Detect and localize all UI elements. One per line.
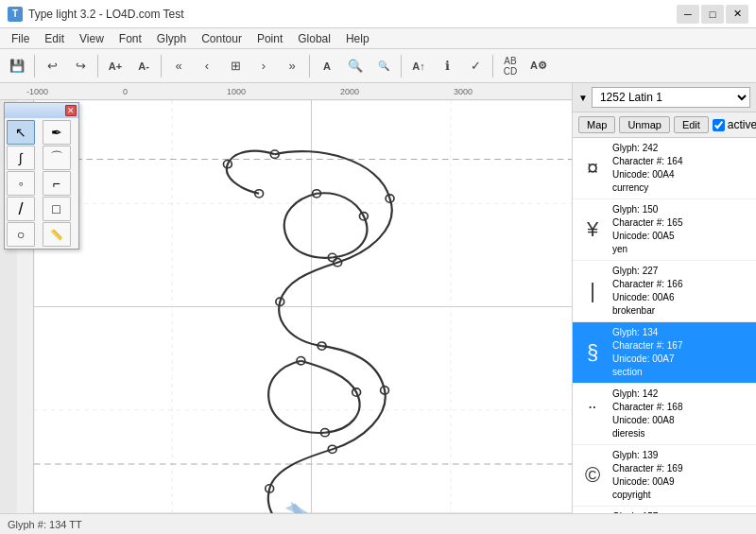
nav-next-button[interactable]: › <box>250 53 277 79</box>
close-button[interactable]: ✕ <box>726 5 748 24</box>
ruler-mark-neg1000: -1000 <box>26 87 48 96</box>
ruler-mark-1000: 1000 <box>227 87 246 96</box>
curve-tool[interactable]: ∫ <box>7 146 35 170</box>
main-area: -1000 0 1000 2000 3000 1000 <box>0 83 756 513</box>
glyph-item[interactable]: ¤ Glyph: 242 Character #: 164 Unicode: 0… <box>573 138 756 199</box>
info-button[interactable]: ℹ <box>434 53 460 79</box>
menu-file[interactable]: File <box>4 30 37 47</box>
status-bar: Glyph #: 134 TT <box>0 513 756 534</box>
select-all-button[interactable]: A <box>314 53 340 79</box>
menu-point[interactable]: Point <box>249 30 290 47</box>
redo-button[interactable]: ↪ <box>67 53 94 79</box>
status-text: Glyph #: 134 TT <box>8 519 82 530</box>
window-title: Type light 3.2 - LO4D.com Test <box>28 8 184 21</box>
glyph-char-preview: ¨ <box>578 397 607 431</box>
line-tool[interactable]: / <box>7 197 35 221</box>
validate-button[interactable]: ✓ <box>462 53 489 79</box>
right-panel: ▼ 1252 Latin 1 Unicode Custom Map Unmap … <box>572 83 756 513</box>
active-label: active <box>728 118 756 131</box>
text-tool-button[interactable]: A↑ <box>405 53 432 79</box>
toolbar: 💾 ↩ ↪ A+ A- « ‹ ⊞ › » A 🔍 🔍 A↑ ℹ ✓ ABCD … <box>0 49 756 83</box>
nav-end-button[interactable]: » <box>279 53 305 79</box>
map-button[interactable]: Map <box>578 116 615 133</box>
menu-view[interactable]: View <box>72 30 112 47</box>
measure-tool[interactable]: 📏 <box>43 222 71 247</box>
menu-edit[interactable]: Edit <box>37 30 72 47</box>
float-tool-window: ✕ ↖ ✒ ∫ ⌒ ◦ ⌐ / □ ○ 📏 <box>4 102 79 250</box>
active-checkbox[interactable] <box>713 119 725 131</box>
title-bar: T Type light 3.2 - LO4D.com Test ─ □ ✕ <box>0 0 756 28</box>
toolbar-separator-1 <box>34 55 35 78</box>
corner-tool[interactable]: ⌐ <box>43 171 71 196</box>
glyph-info: Glyph: 134 Character #: 167 Unicode: 00A… <box>612 326 683 379</box>
glyph-char-preview: | <box>578 274 607 308</box>
charset-dropdown[interactable]: 1252 Latin 1 Unicode Custom <box>592 87 750 108</box>
save-button[interactable]: 💾 <box>4 53 30 79</box>
preview-button[interactable]: ABCD <box>497 53 524 79</box>
ruler-mark-3000: 3000 <box>454 87 472 96</box>
menu-bar: File Edit View Font Glyph Contour Point … <box>0 28 756 49</box>
toolbar-separator-6 <box>492 55 493 78</box>
arrow-tool[interactable]: ↖ <box>7 120 35 145</box>
toolbar-separator-3 <box>161 55 162 78</box>
settings-button[interactable]: A⚙ <box>525 53 552 79</box>
active-checkbox-container: active <box>713 118 756 131</box>
menu-contour[interactable]: Contour <box>194 30 249 47</box>
zoom-in-button[interactable]: 🔍 <box>342 53 369 79</box>
minimize-button[interactable]: ─ <box>677 5 699 24</box>
pen-tool[interactable]: ✒ <box>43 120 71 145</box>
float-title-bar: ✕ <box>5 103 78 118</box>
glyph-item[interactable]: ¨ Glyph: 142 Character #: 168 Unicode: 0… <box>573 384 756 445</box>
find-button[interactable]: ⊞ <box>222 53 249 79</box>
toolbar-separator-2 <box>97 55 98 78</box>
glyph-info: Glyph: 242 Character #: 164 Unicode: 00A… <box>612 142 683 195</box>
zoom-out-button[interactable]: 🔍 <box>370 53 397 79</box>
maximize-button[interactable]: □ <box>701 5 724 24</box>
float-tools-grid: ↖ ✒ ∫ ⌒ ◦ ⌐ / □ ○ 📏 <box>5 118 78 249</box>
panel-header: ▼ 1252 Latin 1 Unicode Custom <box>573 83 756 112</box>
glyph-info: Glyph: 227 Character #: 166 Unicode: 00A… <box>612 265 683 318</box>
glyph-char-preview: ¤ <box>578 151 607 185</box>
glyph-info: Glyph: 150 Character #: 165 Unicode: 00A… <box>612 203 683 256</box>
unmap-button[interactable]: Unmap <box>619 116 669 133</box>
toolbar-separator-5 <box>401 55 402 78</box>
glyph-canvas[interactable] <box>34 100 572 513</box>
window-controls: ─ □ ✕ <box>677 5 748 24</box>
ruler-mark-2000: 2000 <box>340 87 359 96</box>
glyph-list[interactable]: ¤ Glyph: 242 Character #: 164 Unicode: 0… <box>573 138 756 513</box>
glyph-char-preview: ¥ <box>578 213 607 247</box>
dropdown-arrow-icon: ▼ <box>578 93 588 103</box>
increase-font-size-button[interactable]: A+ <box>102 53 129 79</box>
glyph-item[interactable]: a Glyph: 157 Character #: 170 Unicode: 0… <box>573 507 756 513</box>
nav-prev-button[interactable]: ‹ <box>194 53 220 79</box>
ellipse-tool[interactable]: ○ <box>7 222 35 247</box>
tangent-tool[interactable]: ⌒ <box>43 146 71 170</box>
glyph-item[interactable]: | Glyph: 227 Character #: 166 Unicode: 0… <box>573 261 756 322</box>
edit-button[interactable]: Edit <box>674 116 709 133</box>
nav-start-button[interactable]: « <box>165 53 192 79</box>
glyph-item[interactable]: § Glyph: 134 Character #: 167 Unicode: 0… <box>573 322 756 384</box>
canvas-area: -1000 0 1000 2000 3000 1000 <box>0 83 572 513</box>
glyph-char-preview: § <box>578 336 607 370</box>
panel-actions: Map Unmap Edit active <box>573 112 756 138</box>
glyph-item[interactable]: © Glyph: 139 Character #: 169 Unicode: 0… <box>573 445 756 507</box>
app-icon: T <box>8 7 23 22</box>
rect-tool[interactable]: □ <box>43 197 71 221</box>
glyph-info: Glyph: 139 Character #: 169 Unicode: 00A… <box>612 449 683 502</box>
toolbar-separator-4 <box>309 55 310 78</box>
ruler-top: -1000 0 1000 2000 3000 <box>0 83 572 100</box>
decrease-font-size-button[interactable]: A- <box>130 53 157 79</box>
canvas-inner[interactable]: 1000 <box>17 100 572 513</box>
glyph-info: Glyph: 157 Character #: 170 Unicode: 00A… <box>612 510 683 513</box>
menu-global[interactable]: Global <box>290 30 338 47</box>
menu-help[interactable]: Help <box>338 30 377 47</box>
menu-glyph[interactable]: Glyph <box>149 30 194 47</box>
glyph-info: Glyph: 142 Character #: 168 Unicode: 00A… <box>612 388 683 440</box>
float-close-button[interactable]: ✕ <box>65 105 77 116</box>
glyph-item[interactable]: ¥ Glyph: 150 Character #: 165 Unicode: 0… <box>573 199 756 261</box>
menu-font[interactable]: Font <box>112 30 149 47</box>
ruler-mark-0: 0 <box>123 87 128 96</box>
glyph-char-preview: © <box>578 458 607 492</box>
undo-button[interactable]: ↩ <box>39 53 65 79</box>
node-tool[interactable]: ◦ <box>7 171 35 196</box>
